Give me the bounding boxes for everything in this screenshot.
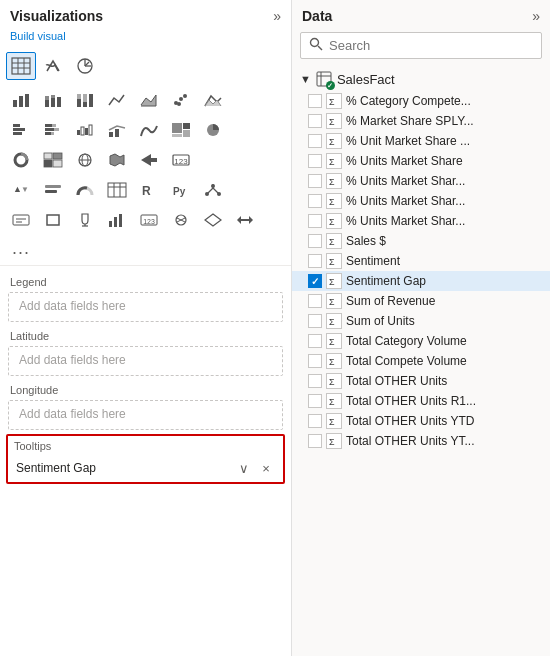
vis-icon-treemap[interactable] — [166, 116, 196, 144]
svg-rect-31 — [54, 128, 59, 131]
latitude-drop-area[interactable]: Add data fields here — [8, 346, 283, 376]
tree-item[interactable]: Σ% Units Market Share — [292, 151, 550, 171]
tooltip-close-btn[interactable]: × — [257, 459, 275, 477]
tree-item-checkbox[interactable] — [308, 214, 322, 228]
tree-item[interactable]: Σ% Units Market Shar... — [292, 171, 550, 191]
vis-icon-gauge[interactable] — [70, 176, 100, 204]
vis-icon-format[interactable] — [38, 52, 68, 80]
vis-icon-mountain[interactable] — [198, 86, 228, 114]
vis-icon-r[interactable]: R — [134, 176, 164, 204]
tree-item-label: Sentiment — [346, 254, 400, 268]
field-sigma-icon: Σ — [326, 113, 342, 129]
vis-icon-matrix[interactable] — [38, 146, 68, 174]
vis-icon-area[interactable] — [134, 86, 164, 114]
svg-text:Σ: Σ — [329, 297, 335, 307]
vis-icon-donut[interactable] — [6, 146, 36, 174]
data-panel-expand-icon[interactable]: » — [532, 8, 540, 24]
vis-icon-arrow[interactable] — [134, 146, 164, 174]
vis-icon-slicer[interactable] — [38, 176, 68, 204]
svg-text:Σ: Σ — [329, 197, 335, 207]
vis-icon-pie[interactable] — [198, 116, 228, 144]
tree-item-checkbox[interactable] — [308, 194, 322, 208]
vis-icon-line[interactable] — [102, 86, 132, 114]
vis-icon-kpi[interactable]: ▲▼ — [6, 176, 36, 204]
tree-item[interactable]: Σ% Units Market Shar... — [292, 211, 550, 231]
tree-item[interactable]: ΣSentiment Gap — [292, 271, 550, 291]
vis-icon-combo[interactable] — [102, 116, 132, 144]
vis-icon-table[interactable] — [6, 52, 36, 80]
tree-item-checkbox[interactable] — [308, 174, 322, 188]
tree-item-checkbox[interactable] — [308, 394, 322, 408]
vis-icon-text[interactable] — [6, 206, 36, 234]
tree-item[interactable]: ΣSum of Revenue — [292, 291, 550, 311]
tree-item-checkbox[interactable] — [308, 274, 322, 288]
vis-icon-ribbon[interactable] — [134, 116, 164, 144]
tree-item-checkbox[interactable] — [308, 134, 322, 148]
vis-icon-100pct-bar[interactable] — [70, 86, 100, 114]
tree-item[interactable]: ΣTotal OTHER Units YT... — [292, 431, 550, 451]
vis-icon-analytics[interactable] — [70, 52, 100, 80]
vis-icon-chart-bar2[interactable] — [102, 206, 132, 234]
vis-icon-bar[interactable] — [6, 86, 36, 114]
vis-more-dots[interactable]: ... — [6, 236, 285, 261]
tree-item-checkbox[interactable] — [308, 94, 322, 108]
field-sigma-icon: Σ — [326, 133, 342, 149]
tree-item-checkbox[interactable] — [308, 414, 322, 428]
vis-icon-scatter[interactable] — [166, 86, 196, 114]
visualizations-expand-icon[interactable]: » — [273, 8, 281, 24]
tree-item[interactable]: ΣTotal OTHER Units — [292, 371, 550, 391]
svg-rect-59 — [45, 190, 57, 193]
tree-item[interactable]: ΣTotal OTHER Units YTD — [292, 411, 550, 431]
tree-item[interactable]: Σ% Units Market Shar... — [292, 191, 550, 211]
tree-item-checkbox[interactable] — [308, 234, 322, 248]
vis-icon-custom1[interactable] — [166, 206, 196, 234]
vis-top-row — [6, 52, 285, 80]
tooltip-chevron-btn[interactable]: ∨ — [235, 459, 253, 477]
tree-item[interactable]: ΣSentiment — [292, 251, 550, 271]
vis-icon-filled-map[interactable] — [102, 146, 132, 174]
svg-rect-39 — [115, 129, 119, 137]
tree-item-checkbox[interactable] — [308, 114, 322, 128]
vis-icon-hbar[interactable] — [6, 116, 36, 144]
tree-item[interactable]: Σ% Market Share SPLY... — [292, 111, 550, 131]
vis-icon-hstacked[interactable] — [38, 116, 68, 144]
svg-line-88 — [318, 46, 322, 50]
tree-item-checkbox[interactable] — [308, 374, 322, 388]
tree-item[interactable]: Σ% Unit Market Share ... — [292, 131, 550, 151]
vis-icon-table2[interactable] — [102, 176, 132, 204]
tree-item-checkbox[interactable] — [308, 314, 322, 328]
vis-icon-stacked-bar[interactable] — [38, 86, 68, 114]
tree-item-checkbox[interactable] — [308, 154, 322, 168]
svg-marker-53 — [141, 154, 157, 166]
tree-item[interactable]: ΣTotal Category Volume — [292, 331, 550, 351]
tree-item-label: % Units Market Shar... — [346, 174, 465, 188]
tree-item[interactable]: ΣSales $ — [292, 231, 550, 251]
search-input[interactable] — [329, 38, 533, 53]
tree-parent-salesfact[interactable]: ▼ ✓ SalesFact — [292, 67, 550, 91]
vis-icon-arrows2[interactable] — [230, 206, 260, 234]
tree-item[interactable]: ΣSum of Units — [292, 311, 550, 331]
tree-item[interactable]: ΣTotal OTHER Units R1... — [292, 391, 550, 411]
vis-icon-trophy[interactable] — [70, 206, 100, 234]
tree-item[interactable]: Σ% Category Compete... — [292, 91, 550, 111]
longitude-drop-area[interactable]: Add data fields here — [8, 400, 283, 430]
tree-item-checkbox[interactable] — [308, 254, 322, 268]
tree-item-checkbox[interactable] — [308, 334, 322, 348]
vis-icon-diamond[interactable] — [198, 206, 228, 234]
tree-item-checkbox[interactable] — [308, 354, 322, 368]
vis-icon-globe[interactable] — [70, 146, 100, 174]
vis-icon-decomp[interactable] — [198, 176, 228, 204]
vis-icon-123[interactable]: 123 — [134, 206, 164, 234]
vis-icon-py[interactable]: Py — [166, 176, 196, 204]
vis-icon-card[interactable]: 123 — [166, 146, 196, 174]
build-visual-label[interactable]: Build visual — [0, 28, 291, 48]
tree-item-checkbox[interactable] — [308, 294, 322, 308]
vis-icon-waterfall[interactable] — [70, 116, 100, 144]
svg-text:Σ: Σ — [329, 357, 335, 367]
tree-item-checkbox[interactable] — [308, 434, 322, 448]
legend-drop-area[interactable]: Add data fields here — [8, 292, 283, 322]
vis-icon-shape[interactable] — [38, 206, 68, 234]
svg-text:Σ: Σ — [329, 397, 335, 407]
tree-item-label: Total OTHER Units — [346, 374, 447, 388]
tree-item[interactable]: ΣTotal Compete Volume — [292, 351, 550, 371]
